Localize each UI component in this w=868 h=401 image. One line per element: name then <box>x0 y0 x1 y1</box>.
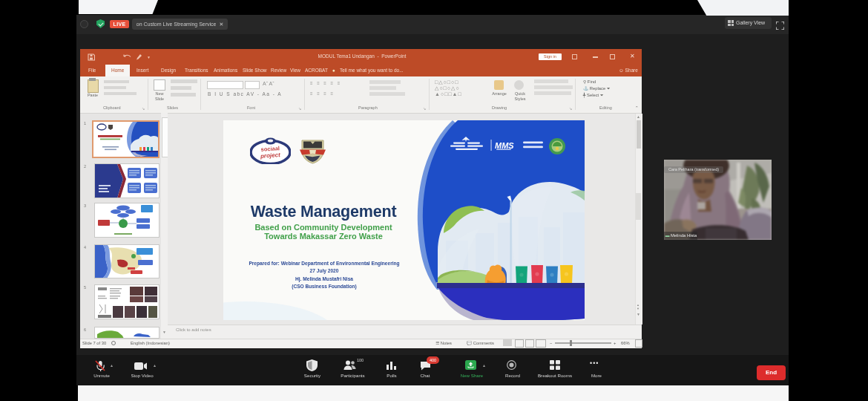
svg-text:MMS: MMS <box>495 141 514 150</box>
